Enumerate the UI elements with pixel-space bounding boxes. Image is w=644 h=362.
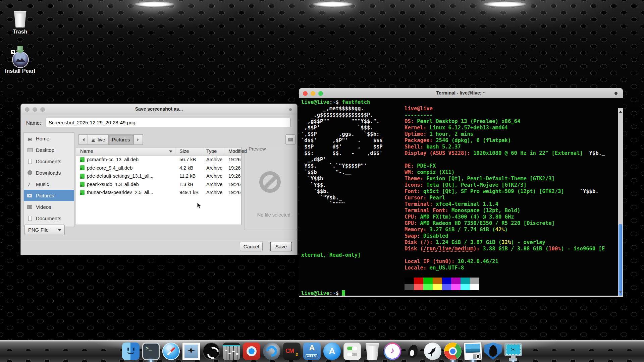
dock-item-chrome-browser[interactable] <box>444 343 462 360</box>
sidebar-item-music[interactable]: Music <box>24 178 74 190</box>
terminal-titlebar[interactable]: Terminal - live@live: ~ <box>299 88 623 99</box>
table-row[interactable]: pde-core_9.4_all.deb4.2 kBArchive19:26 <box>76 164 241 172</box>
terminal-body[interactable]: live@live:~$ fastfetch _,met$$$$$gg. liv… <box>299 98 623 296</box>
sidebar-item-label: Desktop <box>36 147 54 153</box>
dock-item-audio-mixer[interactable] <box>223 343 240 360</box>
palette-swatch <box>470 284 479 290</box>
table-row[interactable]: pearl-xsudo_1.3_all.deb1.3 kBArchive19:2… <box>76 180 241 189</box>
dock-item-safari-browser[interactable] <box>162 343 180 360</box>
desktop-icon-trash[interactable]: Trash <box>4 10 36 35</box>
path-home-button[interactable]: live <box>88 134 109 145</box>
app-store-icon[interactable] <box>323 343 341 360</box>
scrollbar-thumb[interactable] <box>619 224 622 296</box>
mail-icon[interactable] <box>182 343 200 360</box>
screen-recorder-icon[interactable] <box>243 343 260 360</box>
filename-input[interactable] <box>46 118 290 127</box>
screenshot-tool-icon[interactable] <box>504 343 522 356</box>
sidebar-item-pictures[interactable]: Pictures <box>24 190 74 201</box>
column-header-modified[interactable]: Modified <box>224 147 247 155</box>
dock-item-apps-store[interactable] <box>303 343 321 360</box>
apps-store-icon[interactable] <box>303 343 321 360</box>
filetype-dropdown[interactable]: PNG File <box>24 225 65 235</box>
path-home-label: live <box>98 137 105 142</box>
dock-item-system-preferences[interactable] <box>343 343 361 360</box>
dock-item-blue-swirl-app[interactable] <box>263 343 280 360</box>
shortcut-badge-icon: ◥ <box>11 50 15 54</box>
dock-item-terminal[interactable] <box>142 343 160 360</box>
terminal-window: Terminal - live@live: ~ live@live:~$ fas… <box>299 88 623 297</box>
terminal-icon[interactable] <box>142 343 160 360</box>
table-row[interactable]: pcmanfm-cc_13_all.deb56.7 kBArchive19:26 <box>76 156 241 164</box>
dock-item-screenshot-tool[interactable] <box>504 343 522 360</box>
audio-mixer-icon[interactable] <box>223 343 240 360</box>
palette-swatch <box>423 278 433 284</box>
sidebar-item-documents[interactable]: Documents <box>24 156 74 167</box>
dock-item-app-store[interactable] <box>323 343 341 360</box>
obs-studio-icon[interactable] <box>203 343 220 360</box>
palette-swatch <box>461 284 470 290</box>
music-icon <box>27 182 33 187</box>
path-current-button[interactable]: Pictures <box>109 134 133 145</box>
sort-descending-icon[interactable] <box>169 150 172 154</box>
file-table-header[interactable]: NameSizeTypeModified <box>76 147 241 156</box>
column-header-name[interactable]: Name <box>76 147 175 155</box>
chrome-browser-icon[interactable] <box>444 343 462 360</box>
pics-icon <box>27 193 33 198</box>
scroll-down-icon[interactable] <box>619 291 622 295</box>
photos-icon[interactable] <box>464 342 482 360</box>
dock-item-mail[interactable] <box>182 343 200 360</box>
terminal-scrollbar[interactable] <box>618 108 623 296</box>
install-pearl-label: Install Pearl <box>4 68 36 74</box>
safari-browser-icon[interactable] <box>162 343 180 360</box>
privacy-shield-icon[interactable] <box>484 343 502 360</box>
system-preferences-icon[interactable] <box>343 343 361 360</box>
penguin-app-icon[interactable] <box>404 343 421 360</box>
dock-item-penguin-app[interactable] <box>404 343 421 360</box>
blue-swirl-app-icon[interactable] <box>263 343 280 360</box>
dock-item-screen-recorder[interactable] <box>243 343 260 360</box>
scroll-up-icon[interactable] <box>619 109 622 113</box>
trash-icon[interactable] <box>364 343 381 360</box>
window-menu-icon[interactable] <box>289 108 292 111</box>
window-menu-icon[interactable] <box>614 92 618 95</box>
column-header-type[interactable]: Type <box>202 147 224 155</box>
sidebar-item-label: Music <box>36 181 49 187</box>
save-button[interactable]: Save <box>270 242 292 251</box>
sidebar-item-desktop[interactable]: Desktop <box>24 144 74 156</box>
video-icon <box>27 204 33 209</box>
desktop-icon <box>27 147 33 153</box>
sidebar-item-documents[interactable]: Documents <box>24 213 74 224</box>
preview-legend: Preview <box>247 146 267 152</box>
table-row[interactable]: thunar-data-pearldev_2.5_all...949.1 kBA… <box>76 188 241 197</box>
music-player-icon[interactable] <box>384 343 401 360</box>
dock-item-privacy-shield[interactable] <box>484 343 502 360</box>
palette-swatch <box>470 278 479 284</box>
sidebar-item-home[interactable]: Home <box>24 133 74 144</box>
sidebar-item-downloads[interactable]: Downloads <box>24 167 74 178</box>
dock-item-trash[interactable] <box>364 343 381 360</box>
dock-item-photos[interactable] <box>464 343 482 360</box>
sidebar-item-videos[interactable]: Videos <box>24 201 74 213</box>
file-manager-icon[interactable] <box>122 343 140 360</box>
dock-item-launchpad[interactable] <box>424 343 441 360</box>
file-size: 4.2 kB <box>175 164 202 172</box>
dialog-titlebar[interactable]: Save screenshot as... <box>21 104 297 115</box>
dock-item-cinelerra[interactable] <box>283 343 301 360</box>
trash-icon <box>13 10 27 27</box>
dock-item-obs-studio[interactable] <box>203 343 220 360</box>
desktop-icon-install-pearl[interactable]: ◥ Install Pearl <box>4 46 36 74</box>
new-folder-button[interactable] <box>285 134 296 145</box>
table-row[interactable]: pde-default-settings_13.1_all...11.2 kBA… <box>76 172 241 180</box>
save-screenshot-dialog: Save screenshot as... Name: HomeDesktopD… <box>20 104 298 255</box>
cinelerra-icon[interactable] <box>283 343 301 360</box>
dock-item-file-manager[interactable] <box>122 343 140 360</box>
path-bar: live Pictures <box>78 134 143 144</box>
palette-swatch <box>442 278 451 284</box>
column-header-size[interactable]: Size <box>175 147 202 155</box>
ceiling-lamp-icon <box>134 1 174 7</box>
launchpad-icon[interactable] <box>424 343 441 360</box>
back-button[interactable] <box>78 134 88 145</box>
dock-item-music-player[interactable] <box>384 343 401 360</box>
forward-button[interactable] <box>133 134 143 145</box>
cancel-button[interactable]: Cancel <box>240 242 263 251</box>
